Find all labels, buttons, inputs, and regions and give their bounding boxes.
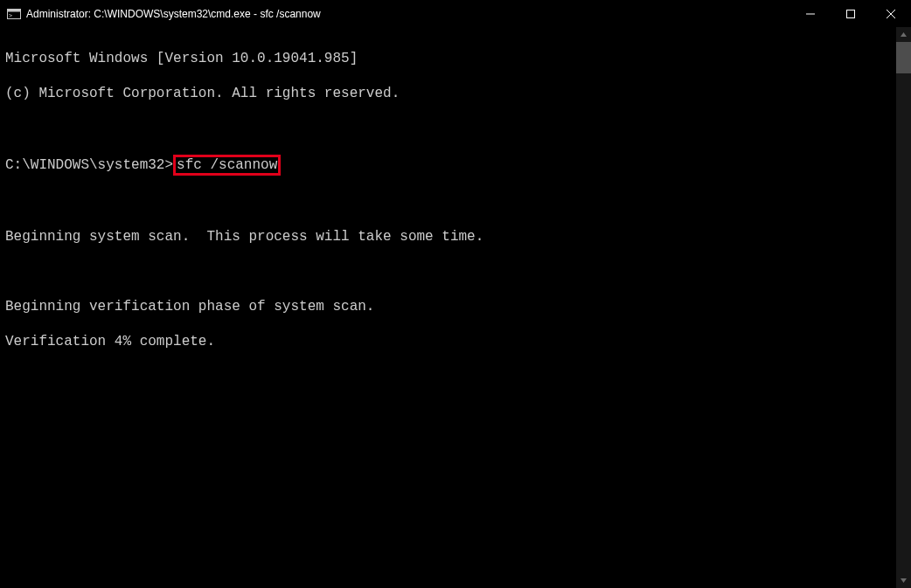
maximize-icon xyxy=(846,10,855,18)
prompt-line: C:\WINDOWS\system32>sfc /scannow xyxy=(5,155,896,176)
scroll-down-button[interactable] xyxy=(896,573,911,588)
cmd-icon: >_ xyxy=(7,7,21,21)
prompt-path: C:\WINDOWS\system32> xyxy=(5,157,173,173)
terminal-output[interactable]: Microsoft Windows [Version 10.0.19041.98… xyxy=(0,27,896,588)
scroll-up-button[interactable] xyxy=(896,27,911,42)
blank-line xyxy=(5,263,896,280)
blank-line xyxy=(5,193,896,211)
svg-rect-3 xyxy=(806,13,815,14)
svg-text:>_: >_ xyxy=(9,12,17,19)
scroll-down-icon xyxy=(900,577,908,585)
scrollbar-track[interactable] xyxy=(896,42,911,573)
close-button[interactable] xyxy=(871,0,911,27)
scrollbar-thumb[interactable] xyxy=(896,42,911,73)
svg-marker-8 xyxy=(901,578,907,583)
scrollbar[interactable] xyxy=(896,27,911,588)
line-begin-scan: Beginning system scan. This process will… xyxy=(5,228,896,246)
maximize-button[interactable] xyxy=(831,0,871,27)
cmd-window: >_ Administrator: C:\WINDOWS\system32\cm… xyxy=(0,0,911,588)
titlebar[interactable]: >_ Administrator: C:\WINDOWS\system32\cm… xyxy=(0,0,911,27)
svg-marker-7 xyxy=(901,32,907,37)
svg-rect-4 xyxy=(847,10,855,17)
blank-line xyxy=(5,120,896,137)
scroll-up-icon xyxy=(900,31,908,38)
close-icon xyxy=(887,10,895,18)
command-highlight: sfc /scannow xyxy=(173,155,281,176)
line-copyright: (c) Microsoft Corporation. All rights re… xyxy=(5,85,896,102)
line-version: Microsoft Windows [Version 10.0.19041.98… xyxy=(5,50,896,67)
window-title: Administrator: C:\WINDOWS\system32\cmd.e… xyxy=(26,8,321,20)
terminal-wrapper: Microsoft Windows [Version 10.0.19041.98… xyxy=(0,27,911,588)
line-verif-phase: Beginning verification phase of system s… xyxy=(5,298,896,315)
command-text: sfc /scannow xyxy=(177,157,277,173)
minimize-button[interactable] xyxy=(790,0,831,27)
line-verif-pct: Verification 4% complete. xyxy=(5,333,896,350)
minimize-icon xyxy=(806,10,815,18)
